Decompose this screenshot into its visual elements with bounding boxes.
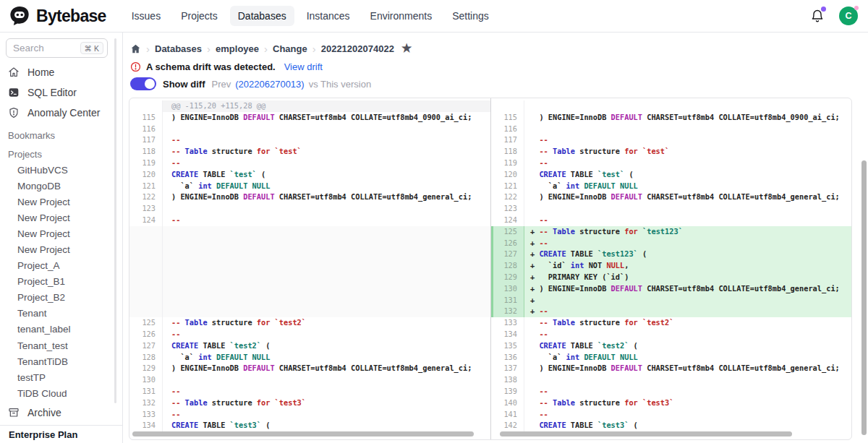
code-line bbox=[163, 306, 490, 317]
line-number bbox=[129, 295, 163, 306]
code-line: + ) ENGINE=InnoDB DEFAULT CHARSET=utf8mb… bbox=[524, 283, 851, 295]
line-number: 115 bbox=[129, 112, 163, 124]
code-line bbox=[524, 374, 851, 386]
diff-line-added: 127+ CREATE TABLE `test123` ( bbox=[491, 249, 851, 260]
user-avatar[interactable]: C bbox=[839, 7, 858, 25]
plan-badge: Enterprise Plan bbox=[0, 425, 122, 443]
nav-item-databases[interactable]: Databases bbox=[230, 6, 294, 26]
diff-line: 129) ENGINE=InnoDB DEFAULT CHARSET=utf8m… bbox=[129, 363, 490, 374]
sidebar-project-item[interactable]: MongoDB bbox=[0, 178, 116, 194]
diff-line bbox=[129, 306, 490, 317]
code-line bbox=[163, 238, 490, 249]
bookmark-star-icon[interactable]: ★ bbox=[401, 43, 412, 54]
toggle-knob bbox=[145, 79, 155, 89]
line-number: 121 bbox=[129, 181, 163, 192]
diff-line: 118-- Table structure for `test` bbox=[129, 146, 490, 158]
diff-line: 142 CREATE TABLE `test3` ( bbox=[491, 420, 851, 431]
line-number: 131 bbox=[129, 386, 163, 397]
code-line: ) ENGINE=InnoDB DEFAULT CHARSET=utf8mb4 … bbox=[524, 192, 851, 203]
sidebar-item-archive[interactable]: Archive bbox=[0, 403, 122, 423]
line-number: 140 bbox=[491, 397, 524, 409]
breadcrumb-separator: › bbox=[146, 43, 150, 54]
nav-item-projects[interactable]: Projects bbox=[173, 6, 226, 26]
sidebar-project-item[interactable]: Tenant_test bbox=[0, 337, 116, 353]
search-input[interactable]: Search ⌘ K bbox=[6, 38, 108, 58]
line-number bbox=[129, 226, 163, 238]
sidebar-item-anomaly-center[interactable]: Anomaly Center bbox=[0, 103, 116, 123]
view-drift-link[interactable]: View drift bbox=[284, 61, 323, 72]
prev-label: Prev bbox=[212, 79, 231, 90]
nav-item-environments[interactable]: Environments bbox=[362, 6, 441, 26]
breadcrumb-item-change[interactable]: Change bbox=[273, 43, 307, 54]
code-line: `a` int DEFAULT NULL bbox=[524, 181, 851, 192]
nav-item-issues[interactable]: Issues bbox=[124, 6, 169, 26]
brand[interactable]: Bytebase bbox=[9, 5, 106, 27]
line-number: 119 bbox=[129, 158, 163, 169]
schema-drift-banner: A schema drift was detected. View drift bbox=[130, 61, 323, 72]
diff-line: 128 `a` int DEFAULT NULL bbox=[129, 352, 490, 364]
diff-line bbox=[129, 238, 490, 249]
diff-right-hscrollbar[interactable] bbox=[500, 431, 792, 436]
home-icon bbox=[8, 66, 20, 78]
vs-label: vs This version bbox=[309, 79, 371, 90]
sidebar-project-item[interactable]: Project_A bbox=[0, 258, 116, 274]
sidebar-project-item[interactable]: GitHubVCS bbox=[0, 162, 116, 178]
nav-item-instances[interactable]: Instances bbox=[299, 6, 358, 26]
diff-line bbox=[129, 260, 490, 272]
diff-panel-previous[interactable]: @@ -115,20 +115,28 @@115) ENGINE=InnoDB … bbox=[129, 98, 491, 439]
line-number: 116 bbox=[491, 124, 524, 135]
avatar-initial: C bbox=[845, 11, 851, 21]
code-line: ) ENGINE=InnoDB DEFAULT CHARSET=utf8mb4 … bbox=[524, 112, 851, 124]
code-line: + bbox=[524, 295, 851, 306]
sidebar-project-item[interactable]: Project_B2 bbox=[0, 290, 116, 306]
page-vscrollbar[interactable] bbox=[861, 160, 867, 435]
line-number bbox=[129, 249, 163, 260]
sidebar-project-item[interactable]: TiDB Cloud bbox=[0, 385, 116, 401]
diff-panel-current[interactable]: 115 ) ENGINE=InnoDB DEFAULT CHARSET=utf8… bbox=[491, 98, 851, 439]
diff-line: 140 -- Table structure for `test3` bbox=[491, 397, 851, 409]
sidebar-project-item[interactable]: New Project bbox=[0, 225, 116, 241]
breadcrumb-home-icon[interactable] bbox=[130, 43, 141, 54]
code-line: + PRIMARY KEY (`id`) bbox=[524, 272, 851, 283]
code-line: `a` int DEFAULT NULL bbox=[163, 352, 490, 364]
sidebar-scrollbar[interactable] bbox=[114, 38, 116, 403]
code-line: ) ENGINE=InnoDB DEFAULT CHARSET=utf8mb4 … bbox=[524, 363, 851, 374]
sidebar-project-item[interactable]: tenant_label bbox=[0, 322, 116, 337]
diff-line-added: 130+ ) ENGINE=InnoDB DEFAULT CHARSET=utf… bbox=[491, 283, 851, 295]
diff-line: 130 bbox=[129, 374, 490, 386]
line-number: 133 bbox=[129, 409, 163, 421]
sidebar-item-label: Anomaly Center bbox=[27, 107, 100, 119]
sidebar-project-item[interactable]: New Project bbox=[0, 241, 116, 257]
line-number: 142 bbox=[491, 420, 524, 431]
code-line: ) ENGINE=InnoDB DEFAULT CHARSET=utf8mb4 … bbox=[163, 112, 490, 124]
code-line: -- bbox=[163, 134, 490, 146]
sidebar-item-home[interactable]: Home bbox=[0, 62, 116, 82]
nav-item-settings[interactable]: Settings bbox=[444, 6, 497, 26]
code-line: -- bbox=[524, 409, 851, 421]
diff-line: 123 bbox=[491, 203, 851, 215]
code-line: CREATE TABLE `test` ( bbox=[163, 169, 490, 181]
sidebar-item-sql-editor[interactable]: SQL Editor bbox=[0, 82, 116, 103]
sidebar-project-item[interactable]: Tenant bbox=[0, 306, 116, 322]
code-line: `a` int DEFAULT NULL bbox=[163, 181, 490, 192]
diff-line: 120 CREATE TABLE `test` ( bbox=[491, 169, 851, 181]
diff-line: 127CREATE TABLE `test2` ( bbox=[129, 340, 490, 352]
diff-line: 126-- bbox=[129, 329, 490, 340]
diff-left-hscrollbar[interactable] bbox=[132, 431, 474, 436]
diff-line: 133 -- Table structure for `test2` bbox=[491, 317, 851, 329]
notifications-bell-icon[interactable] bbox=[810, 9, 825, 23]
line-number: 115 bbox=[491, 112, 524, 124]
prev-version-link[interactable]: (202206270013) bbox=[235, 79, 304, 90]
sidebar-project-item[interactable]: testTP bbox=[0, 369, 116, 385]
code-line: -- bbox=[163, 329, 490, 340]
breadcrumb-item-employee[interactable]: employee bbox=[216, 43, 259, 54]
code-line bbox=[163, 203, 490, 215]
show-diff-toggle[interactable] bbox=[130, 77, 156, 90]
diff-line-added: 129+ PRIMARY KEY (`id`) bbox=[491, 272, 851, 283]
breadcrumb-item-databases[interactable]: Databases bbox=[155, 43, 202, 54]
sidebar-project-item[interactable]: TenantTiDB bbox=[0, 353, 116, 369]
sidebar-project-item[interactable]: New Project bbox=[0, 210, 116, 225]
sidebar-project-item[interactable]: Project_B1 bbox=[0, 274, 116, 290]
sidebar-section-projects: Projects bbox=[0, 147, 116, 160]
sidebar-project-item[interactable]: New Project bbox=[0, 194, 116, 210]
